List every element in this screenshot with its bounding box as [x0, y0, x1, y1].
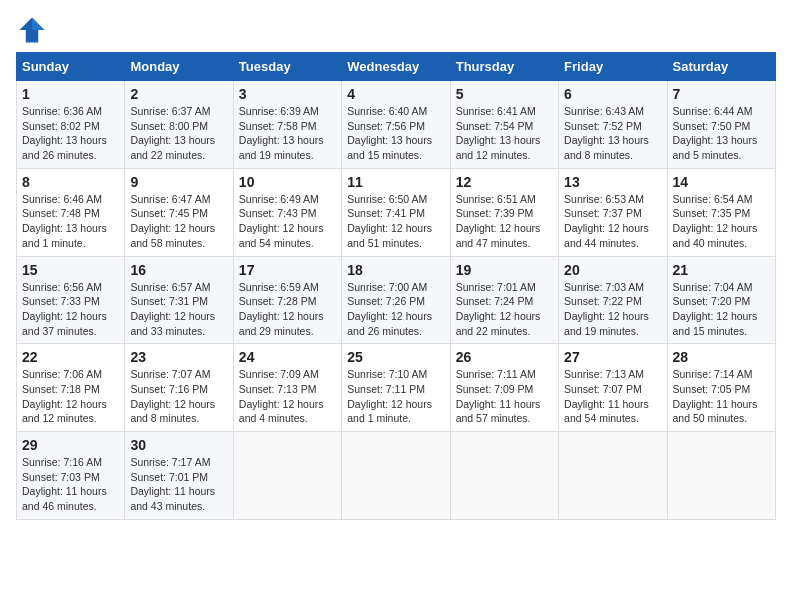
day-number: 22: [22, 349, 119, 365]
day-number: 24: [239, 349, 336, 365]
calendar-day-cell: 10Sunrise: 6:49 AMSunset: 7:43 PMDayligh…: [233, 168, 341, 256]
day-number: 6: [564, 86, 661, 102]
calendar-day-cell: 3Sunrise: 6:39 AMSunset: 7:58 PMDaylight…: [233, 81, 341, 169]
day-number: 4: [347, 86, 444, 102]
day-number: 7: [673, 86, 770, 102]
weekday-header: Tuesday: [233, 53, 341, 81]
day-detail: Sunrise: 7:17 AMSunset: 7:01 PMDaylight:…: [130, 455, 227, 514]
day-number: 3: [239, 86, 336, 102]
day-number: 13: [564, 174, 661, 190]
calendar-day-cell: 4Sunrise: 6:40 AMSunset: 7:56 PMDaylight…: [342, 81, 450, 169]
day-number: 17: [239, 262, 336, 278]
day-number: 27: [564, 349, 661, 365]
logo: [16, 16, 46, 44]
calendar-day-cell: 2Sunrise: 6:37 AMSunset: 8:00 PMDaylight…: [125, 81, 233, 169]
calendar-day-cell: 15Sunrise: 6:56 AMSunset: 7:33 PMDayligh…: [17, 256, 125, 344]
day-number: 20: [564, 262, 661, 278]
day-detail: Sunrise: 7:00 AMSunset: 7:26 PMDaylight:…: [347, 280, 444, 339]
calendar-day-cell: [233, 432, 341, 520]
calendar-day-cell: [667, 432, 775, 520]
calendar-day-cell: 6Sunrise: 6:43 AMSunset: 7:52 PMDaylight…: [559, 81, 667, 169]
day-number: 29: [22, 437, 119, 453]
weekday-header: Sunday: [17, 53, 125, 81]
day-detail: Sunrise: 6:46 AMSunset: 7:48 PMDaylight:…: [22, 192, 119, 251]
weekday-header: Thursday: [450, 53, 558, 81]
day-number: 28: [673, 349, 770, 365]
day-number: 9: [130, 174, 227, 190]
day-number: 10: [239, 174, 336, 190]
day-detail: Sunrise: 6:54 AMSunset: 7:35 PMDaylight:…: [673, 192, 770, 251]
day-number: 16: [130, 262, 227, 278]
calendar-day-cell: [559, 432, 667, 520]
weekday-row: SundayMondayTuesdayWednesdayThursdayFrid…: [17, 53, 776, 81]
day-number: 5: [456, 86, 553, 102]
day-detail: Sunrise: 7:09 AMSunset: 7:13 PMDaylight:…: [239, 367, 336, 426]
day-detail: Sunrise: 6:39 AMSunset: 7:58 PMDaylight:…: [239, 104, 336, 163]
day-detail: Sunrise: 6:56 AMSunset: 7:33 PMDaylight:…: [22, 280, 119, 339]
day-number: 25: [347, 349, 444, 365]
calendar-table: SundayMondayTuesdayWednesdayThursdayFrid…: [16, 52, 776, 520]
day-detail: Sunrise: 6:41 AMSunset: 7:54 PMDaylight:…: [456, 104, 553, 163]
calendar-day-cell: 9Sunrise: 6:47 AMSunset: 7:45 PMDaylight…: [125, 168, 233, 256]
day-detail: Sunrise: 6:37 AMSunset: 8:00 PMDaylight:…: [130, 104, 227, 163]
calendar-day-cell: 23Sunrise: 7:07 AMSunset: 7:16 PMDayligh…: [125, 344, 233, 432]
day-detail: Sunrise: 7:07 AMSunset: 7:16 PMDaylight:…: [130, 367, 227, 426]
calendar-day-cell: 29Sunrise: 7:16 AMSunset: 7:03 PMDayligh…: [17, 432, 125, 520]
day-detail: Sunrise: 6:47 AMSunset: 7:45 PMDaylight:…: [130, 192, 227, 251]
calendar-week-row: 15Sunrise: 6:56 AMSunset: 7:33 PMDayligh…: [17, 256, 776, 344]
calendar-day-cell: 22Sunrise: 7:06 AMSunset: 7:18 PMDayligh…: [17, 344, 125, 432]
day-number: 1: [22, 86, 119, 102]
calendar-day-cell: [342, 432, 450, 520]
weekday-header: Saturday: [667, 53, 775, 81]
day-detail: Sunrise: 7:01 AMSunset: 7:24 PMDaylight:…: [456, 280, 553, 339]
day-number: 14: [673, 174, 770, 190]
day-detail: Sunrise: 6:44 AMSunset: 7:50 PMDaylight:…: [673, 104, 770, 163]
calendar-header: SundayMondayTuesdayWednesdayThursdayFrid…: [17, 53, 776, 81]
day-number: 30: [130, 437, 227, 453]
day-detail: Sunrise: 6:40 AMSunset: 7:56 PMDaylight:…: [347, 104, 444, 163]
day-detail: Sunrise: 7:13 AMSunset: 7:07 PMDaylight:…: [564, 367, 661, 426]
day-number: 21: [673, 262, 770, 278]
calendar-day-cell: 27Sunrise: 7:13 AMSunset: 7:07 PMDayligh…: [559, 344, 667, 432]
calendar-day-cell: [450, 432, 558, 520]
day-number: 11: [347, 174, 444, 190]
page-header: [16, 16, 776, 44]
calendar-day-cell: 30Sunrise: 7:17 AMSunset: 7:01 PMDayligh…: [125, 432, 233, 520]
calendar-day-cell: 16Sunrise: 6:57 AMSunset: 7:31 PMDayligh…: [125, 256, 233, 344]
day-detail: Sunrise: 7:16 AMSunset: 7:03 PMDaylight:…: [22, 455, 119, 514]
day-detail: Sunrise: 6:49 AMSunset: 7:43 PMDaylight:…: [239, 192, 336, 251]
day-number: 2: [130, 86, 227, 102]
weekday-header: Friday: [559, 53, 667, 81]
calendar-body: 1Sunrise: 6:36 AMSunset: 8:02 PMDaylight…: [17, 81, 776, 520]
day-number: 26: [456, 349, 553, 365]
calendar-day-cell: 18Sunrise: 7:00 AMSunset: 7:26 PMDayligh…: [342, 256, 450, 344]
day-detail: Sunrise: 6:51 AMSunset: 7:39 PMDaylight:…: [456, 192, 553, 251]
calendar-day-cell: 19Sunrise: 7:01 AMSunset: 7:24 PMDayligh…: [450, 256, 558, 344]
day-number: 15: [22, 262, 119, 278]
weekday-header: Monday: [125, 53, 233, 81]
calendar-day-cell: 13Sunrise: 6:53 AMSunset: 7:37 PMDayligh…: [559, 168, 667, 256]
day-detail: Sunrise: 7:14 AMSunset: 7:05 PMDaylight:…: [673, 367, 770, 426]
calendar-day-cell: 14Sunrise: 6:54 AMSunset: 7:35 PMDayligh…: [667, 168, 775, 256]
day-detail: Sunrise: 7:03 AMSunset: 7:22 PMDaylight:…: [564, 280, 661, 339]
day-number: 18: [347, 262, 444, 278]
calendar-day-cell: 8Sunrise: 6:46 AMSunset: 7:48 PMDaylight…: [17, 168, 125, 256]
calendar-day-cell: 24Sunrise: 7:09 AMSunset: 7:13 PMDayligh…: [233, 344, 341, 432]
calendar-week-row: 1Sunrise: 6:36 AMSunset: 8:02 PMDaylight…: [17, 81, 776, 169]
day-number: 23: [130, 349, 227, 365]
calendar-week-row: 29Sunrise: 7:16 AMSunset: 7:03 PMDayligh…: [17, 432, 776, 520]
day-number: 12: [456, 174, 553, 190]
day-detail: Sunrise: 6:43 AMSunset: 7:52 PMDaylight:…: [564, 104, 661, 163]
day-detail: Sunrise: 6:53 AMSunset: 7:37 PMDaylight:…: [564, 192, 661, 251]
day-detail: Sunrise: 7:06 AMSunset: 7:18 PMDaylight:…: [22, 367, 119, 426]
day-number: 8: [22, 174, 119, 190]
calendar-day-cell: 5Sunrise: 6:41 AMSunset: 7:54 PMDaylight…: [450, 81, 558, 169]
weekday-header: Wednesday: [342, 53, 450, 81]
logo-icon: [18, 16, 46, 44]
calendar-day-cell: 12Sunrise: 6:51 AMSunset: 7:39 PMDayligh…: [450, 168, 558, 256]
day-detail: Sunrise: 6:59 AMSunset: 7:28 PMDaylight:…: [239, 280, 336, 339]
day-number: 19: [456, 262, 553, 278]
calendar-day-cell: 28Sunrise: 7:14 AMSunset: 7:05 PMDayligh…: [667, 344, 775, 432]
day-detail: Sunrise: 7:04 AMSunset: 7:20 PMDaylight:…: [673, 280, 770, 339]
day-detail: Sunrise: 7:11 AMSunset: 7:09 PMDaylight:…: [456, 367, 553, 426]
